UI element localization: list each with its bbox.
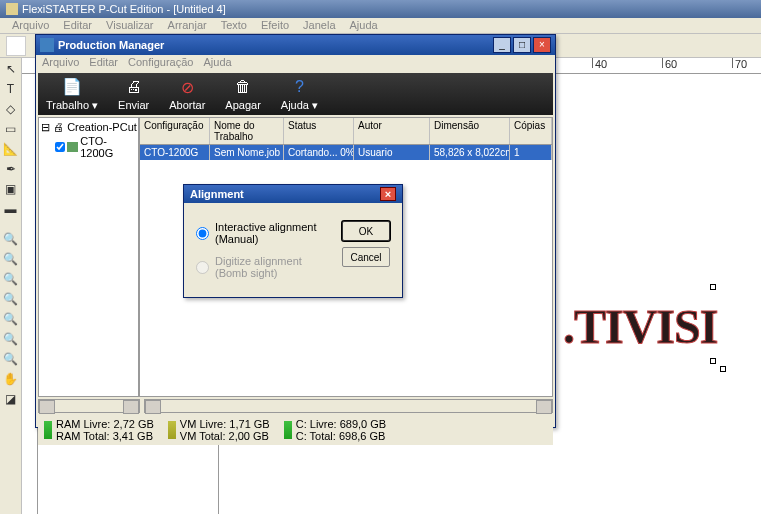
close-button[interactable]: ×: [533, 37, 551, 53]
zoom-prev-icon[interactable]: 🔍: [2, 350, 20, 368]
align-titlebar[interactable]: Alignment ×: [184, 185, 402, 203]
trash-icon: 🗑: [232, 77, 254, 97]
cancel-button[interactable]: Cancel: [342, 247, 390, 267]
zoom-out-icon[interactable]: 🔍: [2, 250, 20, 268]
ruler-tick: 60: [662, 58, 677, 68]
zoom-sel-icon[interactable]: 🔍: [2, 310, 20, 328]
menu-janela[interactable]: Janela: [297, 19, 341, 32]
main-title: FlexiSTARTER P-Cut Edition - [Untitled 4…: [22, 3, 226, 15]
zoom-all-icon[interactable]: 🔍: [2, 330, 20, 348]
hand-tool-icon[interactable]: ✋: [2, 370, 20, 388]
main-menubar: Arquivo Editar Visualizar Arranjar Texto…: [0, 18, 761, 34]
abort-icon: ⊘: [176, 77, 198, 97]
fill-tool-icon[interactable]: ▬: [2, 200, 20, 218]
frame-tool-icon[interactable]: ▣: [2, 180, 20, 198]
table-row[interactable]: CTO-1200G Sem Nome.job Cortando... 0% Us…: [140, 145, 552, 160]
selection-handle[interactable]: [710, 284, 716, 290]
printer-icon: 🖨: [123, 77, 145, 97]
maximize-button[interactable]: □: [513, 37, 531, 53]
text-tool-icon[interactable]: T: [2, 80, 20, 98]
abort-button[interactable]: ⊘Abortar: [169, 77, 205, 111]
color-tool-icon[interactable]: ◪: [2, 390, 20, 408]
menu-arranjar[interactable]: Arranjar: [162, 19, 213, 32]
minimize-button[interactable]: _: [493, 37, 511, 53]
menu-editar[interactable]: Editar: [57, 19, 98, 32]
left-toolbar: ↖ T ◇ ▭ 📐 ✒ ▣ ▬ 🔍 🔍 🔍 🔍 🔍 🔍 🔍 ✋ ◪: [0, 58, 22, 514]
ruler-tick: 70: [732, 58, 747, 68]
device-tree[interactable]: ⊟ 🖨 Creation-PCut CTO-120 CTO-1200G: [38, 117, 139, 397]
grid-header: Configuração Nome do Trabalho Status Aut…: [140, 118, 552, 145]
tree-item[interactable]: CTO-1200G: [41, 135, 136, 159]
tree-checkbox[interactable]: [55, 142, 65, 152]
digitize-alignment-radio: Digitize alignment (Bomb sight): [196, 255, 328, 279]
pm-statusbar: RAM Livre: 2,72 GBRAM Total: 3,41 GB VM …: [38, 415, 553, 445]
cutter-icon: [67, 142, 78, 152]
align-close-button[interactable]: ×: [380, 187, 396, 201]
pm-menu-arquivo[interactable]: Arquivo: [42, 56, 79, 70]
pm-menu-config[interactable]: Configuração: [128, 56, 193, 70]
align-title: Alignment: [190, 188, 380, 200]
pm-title: Production Manager: [58, 39, 491, 51]
shape-tool-icon[interactable]: ◇: [2, 100, 20, 118]
measure-tool-icon[interactable]: 📐: [2, 140, 20, 158]
ram-bar-icon: [44, 421, 52, 439]
zoom-in-icon[interactable]: 🔍: [2, 230, 20, 248]
col-copies[interactable]: Cópias: [510, 118, 552, 144]
pm-toolbar: 📄Trabalho ▾ 🖨Enviar ⊘Abortar 🗑Apagar ?Aj…: [38, 73, 553, 115]
col-author[interactable]: Autor: [354, 118, 430, 144]
main-titlebar: FlexiSTARTER P-Cut Edition - [Untitled 4…: [0, 0, 761, 18]
tree-scrollbar[interactable]: [38, 399, 140, 413]
vm-bar-icon: [168, 421, 176, 439]
col-dim[interactable]: Dimensão: [430, 118, 510, 144]
rect-tool-icon[interactable]: ▭: [2, 120, 20, 138]
col-status[interactable]: Status: [284, 118, 354, 144]
send-button[interactable]: 🖨Enviar: [118, 77, 149, 111]
align-body: Interactive alignment (Manual) Digitize …: [184, 203, 402, 297]
pm-titlebar[interactable]: Production Manager _ □ ×: [36, 35, 555, 55]
zoom-page-icon[interactable]: 🔍: [2, 270, 20, 288]
new-doc-button[interactable]: [6, 36, 26, 56]
delete-button[interactable]: 🗑Apagar: [225, 77, 260, 111]
app-icon: [6, 3, 18, 15]
interactive-alignment-radio[interactable]: Interactive alignment (Manual): [196, 221, 328, 245]
rotate-handle[interactable]: [720, 366, 726, 372]
menu-efeito[interactable]: Efeito: [255, 19, 295, 32]
pm-menu-ajuda[interactable]: Ajuda: [203, 56, 231, 70]
job-button[interactable]: 📄Trabalho ▾: [46, 77, 98, 112]
disk-bar-icon: [284, 421, 292, 439]
help-button[interactable]: ?Ajuda ▾: [281, 77, 318, 112]
col-config[interactable]: Configuração: [140, 118, 210, 144]
pm-menubar: Arquivo Editar Configuração Ajuda: [36, 55, 555, 71]
col-name[interactable]: Nome do Trabalho: [210, 118, 284, 144]
ruler-tick: 40: [592, 58, 607, 68]
menu-texto[interactable]: Texto: [215, 19, 253, 32]
menu-visualizar[interactable]: Visualizar: [100, 19, 160, 32]
menu-ajuda[interactable]: Ajuda: [344, 19, 384, 32]
menu-arquivo[interactable]: Arquivo: [6, 19, 55, 32]
selection-handle[interactable]: [710, 358, 716, 364]
pen-tool-icon[interactable]: ✒: [2, 160, 20, 178]
alignment-dialog: Alignment × Interactive alignment (Manua…: [183, 184, 403, 298]
zoom-fit-icon[interactable]: 🔍: [2, 290, 20, 308]
job-icon: 📄: [61, 77, 83, 97]
pm-app-icon: [40, 38, 54, 52]
tree-root: ⊟ 🖨 Creation-PCut CTO-120: [41, 120, 136, 135]
canvas-text-object[interactable]: .TIVISI: [563, 299, 717, 354]
pointer-tool-icon[interactable]: ↖: [2, 60, 20, 78]
ok-button[interactable]: OK: [342, 221, 390, 241]
help-icon: ?: [288, 77, 310, 97]
grid-scrollbar[interactable]: [144, 399, 553, 413]
pm-menu-editar[interactable]: Editar: [89, 56, 118, 70]
